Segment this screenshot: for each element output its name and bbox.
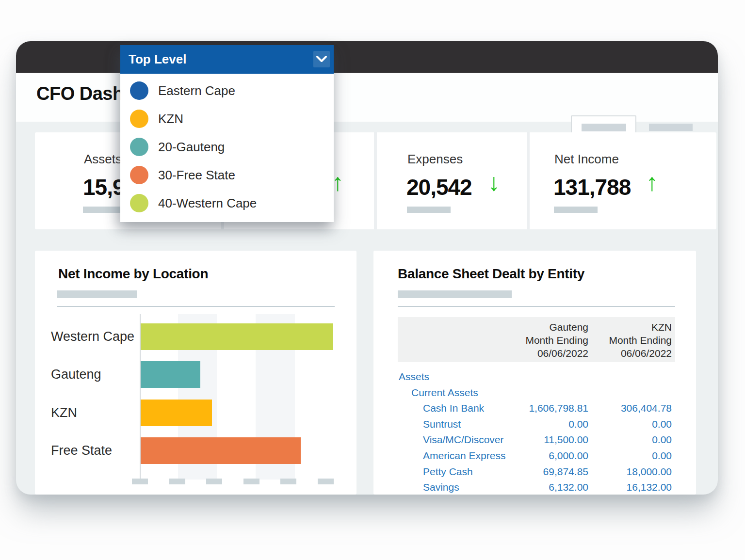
kpi-label: Expenses — [407, 152, 463, 167]
column-header-gauteng: GautengMonth Ending06/06/2022 — [398, 320, 588, 360]
chart-category-label: Gauteng — [51, 361, 101, 388]
redacted-chart-subtitle — [57, 290, 137, 298]
table-row[interactable]: Visa/MC/Discover11,500.000.00 — [398, 432, 675, 448]
dropdown-label: Top Level — [129, 45, 186, 74]
chart-category-label: Free State — [51, 437, 112, 464]
redacted-x-tick-label — [206, 479, 222, 484]
redacted-table-subtitle — [398, 290, 512, 298]
dropdown-item[interactable]: Eastern Cape — [120, 77, 334, 105]
table-row[interactable]: Savings6,132.0016,132.00 — [398, 480, 675, 495]
table-row[interactable]: Assets — [398, 369, 675, 384]
color-dot-icon — [130, 110, 148, 128]
row-value: 0.00 — [588, 416, 672, 432]
table-column-headers: GautengMonth Ending06/06/2022KZNMonth En… — [398, 317, 675, 362]
dropdown-item[interactable]: 20-Gauteng — [120, 133, 334, 161]
chart-bar-free-state[interactable] — [141, 437, 301, 464]
table-row[interactable]: Current Assets — [398, 385, 675, 400]
dropdown-item-label: KZN — [158, 105, 183, 133]
dropdown-item[interactable]: KZN — [120, 105, 334, 133]
row-label: Assets — [399, 369, 429, 384]
trend-down-icon: ↓ — [488, 170, 500, 194]
divider — [398, 306, 675, 307]
row-value: 6,132.00 — [398, 480, 588, 495]
top-level-dropdown-header[interactable]: Top Level — [120, 45, 334, 74]
table-row[interactable]: Petty Cash69,874.8518,000.00 — [398, 464, 675, 480]
kpi-value: 131,788 — [553, 174, 631, 200]
top-level-dropdown-list: Eastern CapeKZN20-Gauteng30-Free State40… — [120, 74, 334, 222]
table-row[interactable]: Cash In Bank1,606,798.81306,404.78 — [398, 400, 675, 416]
divider — [57, 306, 335, 307]
kpi-divider — [527, 132, 530, 229]
dropdown-item-label: Eastern Cape — [158, 77, 235, 105]
column-header-kzn: KZNMonth Ending06/06/2022 — [588, 320, 672, 360]
redacted-kpi-caption — [407, 207, 451, 213]
chevron-down-icon[interactable] — [313, 51, 330, 67]
kpi-label: Net Income — [554, 152, 619, 167]
redacted-x-tick-label — [318, 479, 334, 484]
net-income-by-location-card: Net Income by Location Western CapeGaute… — [35, 251, 356, 495]
redacted-x-tick-label — [243, 479, 259, 484]
top-level-dropdown: Top Level Eastern CapeKZN20-Gauteng30-Fr… — [120, 45, 334, 222]
screenshot-stage: CFO Dash Assets 15,95 ↑ Expenses — [0, 0, 745, 560]
chart-title: Net Income by Location — [58, 266, 208, 282]
kpi-divider — [374, 132, 377, 229]
color-dot-icon — [130, 138, 148, 156]
row-value: 306,404.78 — [588, 400, 672, 416]
chart-bar-gauteng[interactable] — [141, 361, 200, 388]
dropdown-item[interactable]: 40-Western Cape — [120, 189, 334, 217]
row-value: 1,606,798.81 — [398, 400, 588, 416]
redacted-kpi-caption — [554, 207, 598, 213]
color-dot-icon — [130, 194, 148, 212]
table-row[interactable]: Suntrust0.000.00 — [398, 416, 675, 432]
table-row[interactable]: American Express6,000.000.00 — [398, 448, 675, 464]
row-value: 16,132.00 — [588, 480, 672, 495]
balance-sheet-card: Balance Sheet Dealt by Entity GautengMon… — [373, 251, 696, 495]
color-dot-icon — [130, 166, 148, 184]
redacted-x-tick-label — [169, 479, 185, 484]
dropdown-item[interactable]: 30-Free State — [120, 161, 334, 189]
kpi-label: Assets — [84, 152, 122, 167]
chart-category-label: Western Cape — [51, 323, 134, 350]
dropdown-item-label: 20-Gauteng — [158, 133, 225, 161]
row-value: 69,874.85 — [398, 464, 588, 480]
trend-up-icon: ↑ — [646, 170, 658, 194]
redacted-x-tick-label — [132, 479, 148, 484]
redacted-button-label — [582, 124, 626, 131]
chart-bar-western-cape[interactable] — [141, 323, 333, 350]
row-value: 6,000.00 — [398, 448, 588, 464]
row-value: 18,000.00 — [588, 464, 672, 480]
row-value: 0.00 — [398, 416, 588, 432]
chart-bar-kzn[interactable] — [141, 400, 212, 426]
row-label: Current Assets — [411, 385, 478, 400]
kpi-value: 20,542 — [406, 174, 472, 200]
row-value: 0.00 — [588, 448, 672, 464]
chart-category-label: KZN — [51, 400, 77, 426]
page-title: CFO Dash — [36, 83, 124, 104]
dropdown-item-label: 30-Free State — [158, 161, 235, 189]
redacted-header-text — [649, 124, 693, 131]
row-value: 0.00 — [588, 432, 672, 448]
row-value: 11,500.00 — [398, 432, 588, 448]
table-title: Balance Sheet Dealt by Entity — [398, 266, 584, 282]
color-dot-icon — [130, 81, 148, 100]
redacted-x-tick-label — [280, 479, 296, 484]
dropdown-item-label: 40-Western Cape — [158, 189, 257, 217]
